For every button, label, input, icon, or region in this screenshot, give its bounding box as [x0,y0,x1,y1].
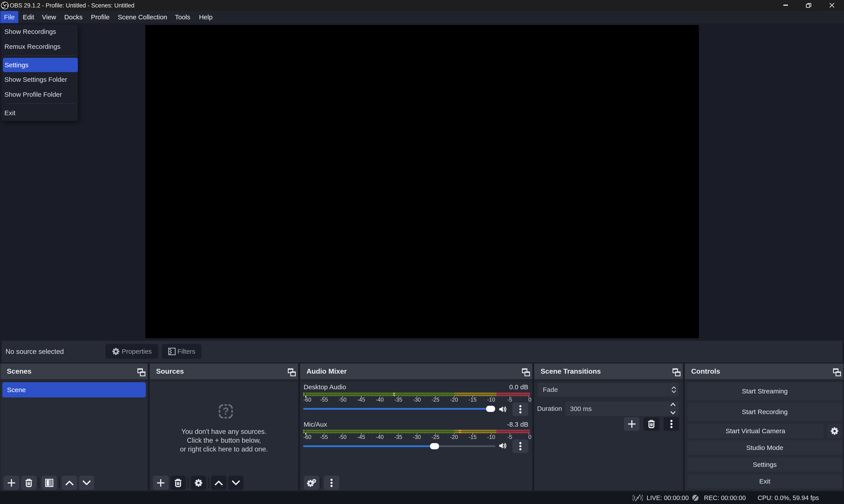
svg-text:?: ? [223,405,229,417]
